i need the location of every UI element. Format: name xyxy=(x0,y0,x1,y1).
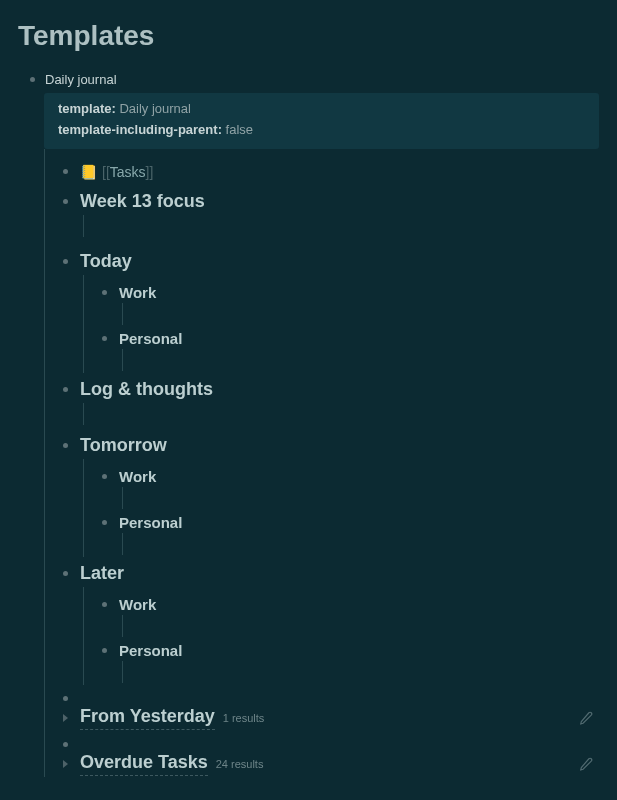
properties-block[interactable]: template: Daily journal template-includi… xyxy=(44,93,599,149)
property-key: template-including-parent xyxy=(58,122,218,137)
bullet-icon xyxy=(63,387,68,392)
heading-tomorrow[interactable]: Tomorrow Work Personal xyxy=(45,433,599,557)
heading-text: Week 13 focus xyxy=(80,191,205,212)
root-label: Daily journal xyxy=(45,72,117,87)
bullet-icon xyxy=(63,443,68,448)
property-row: template: Daily journal xyxy=(58,99,585,120)
property-value: false xyxy=(226,122,253,137)
child-indent-line xyxy=(83,403,599,425)
link-text[interactable]: Tasks xyxy=(110,164,146,180)
query-title: From Yesterday xyxy=(80,706,215,730)
tasks-link-node[interactable]: 📒[[Tasks]] xyxy=(45,159,599,185)
child-indent-line xyxy=(122,615,599,637)
pencil-icon[interactable] xyxy=(579,711,593,725)
heading-today[interactable]: Today Work Personal xyxy=(45,249,599,373)
list-item[interactable]: Personal xyxy=(84,637,599,683)
heading-text: Tomorrow xyxy=(80,435,167,456)
item-label: Work xyxy=(119,468,156,485)
bracket-close: ]] xyxy=(146,164,154,180)
item-label: Personal xyxy=(119,642,182,659)
property-value: Daily journal xyxy=(119,101,191,116)
child-indent-line xyxy=(122,533,599,555)
bullet-icon xyxy=(63,169,68,174)
bullet-icon xyxy=(102,520,107,525)
today-children: Work Personal xyxy=(83,275,599,373)
item-label: Work xyxy=(119,596,156,613)
notebook-icon: 📒 xyxy=(80,164,97,180)
bullet-icon xyxy=(102,602,107,607)
heading-text: Today xyxy=(80,251,132,272)
expand-arrow-icon[interactable] xyxy=(63,714,68,722)
tomorrow-children: Work Personal xyxy=(83,459,599,557)
child-indent-line xyxy=(122,661,599,683)
child-indent-line xyxy=(122,303,599,325)
outline-tree: 📒[[Tasks]] Week 13 focus Today Work Pers… xyxy=(44,149,599,777)
expand-arrow-icon[interactable] xyxy=(63,760,68,768)
bullet-icon xyxy=(102,474,107,479)
property-row: template-including-parent: false xyxy=(58,120,585,141)
results-count: 1 results xyxy=(223,712,265,724)
root-row[interactable]: Daily journal xyxy=(30,72,599,87)
property-key: template xyxy=(58,101,111,116)
results-count: 24 results xyxy=(216,758,264,770)
heading-text: Later xyxy=(80,563,124,584)
bracket-open: [[ xyxy=(102,164,110,180)
heading-log[interactable]: Log & thoughts xyxy=(45,377,599,425)
list-item[interactable]: Work xyxy=(84,279,599,325)
bullet-icon xyxy=(63,696,68,701)
query-title: Overdue Tasks xyxy=(80,752,208,776)
list-item[interactable]: Personal xyxy=(84,325,599,371)
bullet-icon xyxy=(63,571,68,576)
list-item[interactable]: Personal xyxy=(84,509,599,555)
item-label: Work xyxy=(119,284,156,301)
pencil-icon[interactable] xyxy=(579,757,593,771)
page-title: Templates xyxy=(18,20,599,52)
heading-week-focus[interactable]: Week 13 focus xyxy=(45,189,599,237)
bullet-icon xyxy=(102,290,107,295)
query-bullet-row xyxy=(45,739,599,751)
query-from-yesterday[interactable]: From Yesterday 1 results xyxy=(45,705,599,731)
list-item[interactable]: Work xyxy=(84,463,599,509)
later-children: Work Personal xyxy=(83,587,599,685)
tasks-link[interactable]: 📒[[Tasks]] xyxy=(80,164,153,180)
query-overdue-tasks[interactable]: Overdue Tasks 24 results xyxy=(45,751,599,777)
item-label: Personal xyxy=(119,330,182,347)
bullet-icon xyxy=(102,648,107,653)
heading-text: Log & thoughts xyxy=(80,379,213,400)
child-indent-line xyxy=(122,487,599,509)
query-bullet-row xyxy=(45,693,599,705)
bullet-icon xyxy=(102,336,107,341)
list-item[interactable]: Work xyxy=(84,591,599,637)
child-indent-line xyxy=(83,215,599,237)
bullet-icon xyxy=(63,259,68,264)
heading-later[interactable]: Later Work Personal xyxy=(45,561,599,685)
bullet-icon xyxy=(63,742,68,747)
bullet-icon xyxy=(30,77,35,82)
item-label: Personal xyxy=(119,514,182,531)
bullet-icon xyxy=(63,199,68,204)
child-indent-line xyxy=(122,349,599,371)
